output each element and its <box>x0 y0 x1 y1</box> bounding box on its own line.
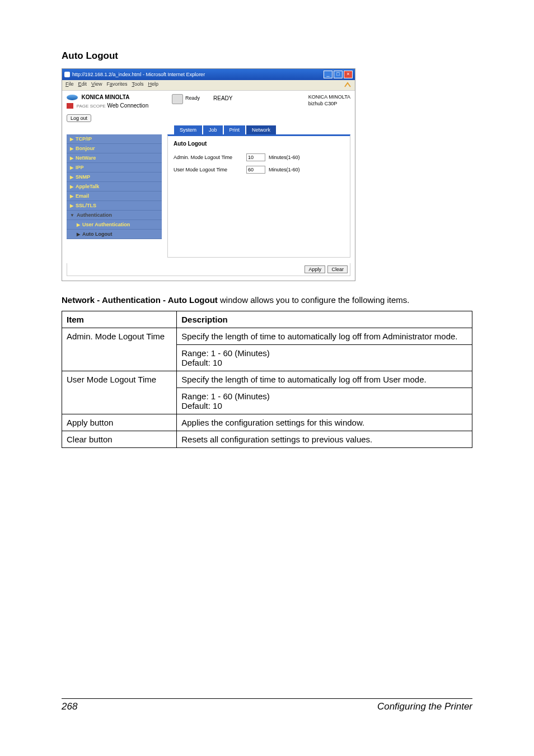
sidebar-item-tcpip[interactable]: ▶TCP/IP <box>67 134 162 144</box>
panel-title: Auto Logout <box>174 141 344 147</box>
sidebar-label: Email <box>76 193 89 199</box>
td-range: Range: 1 - 60 (Minutes) Default: 10 <box>177 344 472 371</box>
page-number: 268 <box>62 701 77 712</box>
arrow-icon: ▶ <box>70 137 73 142</box>
arrow-icon: ▶ <box>70 146 73 151</box>
admin-logout-input[interactable] <box>246 153 265 161</box>
arrow-icon: ▶ <box>70 203 73 208</box>
arrow-icon: ▶ <box>70 165 73 170</box>
ie-icon <box>64 72 70 77</box>
th-item: Item <box>62 311 177 328</box>
td-desc: Applies the configuration settings for t… <box>177 414 472 431</box>
admin-logout-unit: Minutes(1-60) <box>269 155 300 160</box>
sidebar-item-snmp[interactable]: ▶SNMP <box>67 172 162 182</box>
logout-button[interactable]: Log out <box>67 114 91 122</box>
sidebar-label: NetWare <box>76 155 96 161</box>
menu-file[interactable]: File <box>65 81 74 89</box>
webconnection-text: Web Connection <box>107 102 148 109</box>
tabs: System Job Print Network <box>174 125 350 134</box>
sidebar-label: TCP/IP <box>76 136 92 142</box>
default-line: Default: 10 <box>181 401 467 410</box>
status-ready-small: Ready <box>185 95 200 101</box>
default-line: Default: 10 <box>181 358 467 367</box>
menubar: File Edit View Favorites Tools Help <box>62 80 355 91</box>
description-table: Item Description Admin. Mode Logout Time… <box>62 311 472 448</box>
panel-auto-logout: Auto Logout Admin. Mode Logout Time Minu… <box>167 134 350 258</box>
device-info: KONICA MINOLTA bizhub C30P <box>308 94 350 109</box>
admin-logout-label: Admin. Mode Logout Time <box>174 155 246 160</box>
td-desc: Specify the length of time to automatica… <box>177 328 472 344</box>
brand-text: KONICA MINOLTA <box>82 94 130 100</box>
td-item: User Mode Logout Time <box>62 371 177 414</box>
range-line: Range: 1 - 60 (Minutes) <box>181 391 467 401</box>
sidebar-item-appletalk[interactable]: ▶AppleTalk <box>67 182 162 192</box>
sidebar-label: Authentication <box>77 212 112 218</box>
range-line: Range: 1 - 60 (Minutes) <box>181 348 467 358</box>
menu-edit[interactable]: Edit <box>78 81 87 89</box>
user-logout-label: User Mode Logout Time <box>174 167 246 172</box>
window-titlebar: http://192.168.1.2/a_index.html - Micros… <box>62 69 355 80</box>
sidebar-label: Bonjour <box>76 146 95 151</box>
arrow-icon: ▶ <box>77 232 80 237</box>
clear-button[interactable]: Clear <box>327 265 348 273</box>
browser-window: http://192.168.1.2/a_index.html - Micros… <box>62 68 355 281</box>
sidebar-item-bonjour[interactable]: ▶Bonjour <box>67 144 162 153</box>
arrow-icon: ▶ <box>70 184 73 189</box>
caption-bold: Network - Authentication - Auto Logout <box>62 295 218 305</box>
menu-help[interactable]: Help <box>148 81 158 89</box>
section-heading: Auto Logout <box>62 50 472 62</box>
sidebar-item-ipp[interactable]: ▶IPP <box>67 163 162 172</box>
menu-tools[interactable]: Tools <box>132 81 143 89</box>
caption-rest: window allows you to configure the follo… <box>218 295 410 305</box>
sidebar-sub-user-auth[interactable]: ▶User Authentication <box>67 220 162 230</box>
browser-throbber-icon <box>344 81 352 89</box>
arrow-icon: ▶ <box>70 156 73 161</box>
brand-row: KONICA MINOLTA <box>67 94 167 100</box>
caption-paragraph: Network - Authentication - Auto Logout w… <box>62 295 472 306</box>
sidebar-label: Auto Logout <box>82 231 112 237</box>
sidebar-item-authentication[interactable]: ▼Authentication <box>67 211 162 220</box>
td-range: Range: 1 - 60 (Minutes) Default: 10 <box>177 388 472 414</box>
sidebar-label: AppleTalk <box>76 184 99 189</box>
close-button[interactable]: × <box>344 71 353 78</box>
sidebar-item-netware[interactable]: ▶NetWare <box>67 153 162 163</box>
footer-title: Configuring the Printer <box>377 701 472 712</box>
sidebar-sub-auto-logout[interactable]: ▶Auto Logout <box>67 230 162 239</box>
pagescope-prefix: PAGE SCOPE <box>77 104 106 109</box>
tab-print[interactable]: Print <box>224 125 246 134</box>
arrow-icon: ▶ <box>70 175 73 180</box>
sidebar-label: IPP <box>76 165 84 170</box>
device-model: bizhub C30P <box>308 101 350 108</box>
page-footer: 268 Configuring the Printer <box>62 698 472 712</box>
tab-system[interactable]: System <box>174 125 202 134</box>
arrow-icon: ▶ <box>77 222 80 227</box>
tab-network[interactable]: Network <box>246 125 276 134</box>
menu-view[interactable]: View <box>91 81 102 89</box>
td-desc: Specify the length of time to automatica… <box>177 371 472 388</box>
apply-button[interactable]: Apply <box>305 265 325 273</box>
status-ready-big: READY <box>213 95 232 101</box>
device-brand: KONICA MINOLTA <box>308 94 350 101</box>
sidebar-item-email[interactable]: ▶Email <box>67 192 162 201</box>
printer-icon <box>172 94 183 104</box>
menu-favorites[interactable]: Favorites <box>106 81 127 89</box>
td-item: Admin. Mode Logout Time <box>62 328 177 371</box>
td-desc: Resets all configuration settings to pre… <box>177 431 472 447</box>
user-logout-input[interactable] <box>246 166 265 174</box>
webconnection-row: PAGE SCOPE Web Connection <box>67 102 167 109</box>
user-logout-unit: Minutes(1-60) <box>269 167 300 172</box>
th-description: Description <box>177 311 472 328</box>
km-logo-icon <box>67 95 78 100</box>
sidebar-label: SSL/TLS <box>76 203 96 208</box>
panel-buttons: Apply Clear <box>67 263 350 276</box>
minimize-button[interactable]: _ <box>324 71 332 78</box>
tab-job[interactable]: Job <box>203 125 223 134</box>
window-title: http://192.168.1.2/a_index.html - Micros… <box>72 72 324 77</box>
arrow-down-icon: ▼ <box>70 213 74 218</box>
sidebar-item-ssltls[interactable]: ▶SSL/TLS <box>67 201 162 211</box>
sidebar-label: User Authentication <box>82 222 130 227</box>
sidebar: ▶TCP/IP ▶Bonjour ▶NetWare ▶IPP ▶SNMP ▶Ap… <box>67 134 162 258</box>
arrow-icon: ▶ <box>70 194 73 199</box>
maximize-button[interactable]: □ <box>334 71 343 78</box>
td-item: Clear button <box>62 431 177 447</box>
